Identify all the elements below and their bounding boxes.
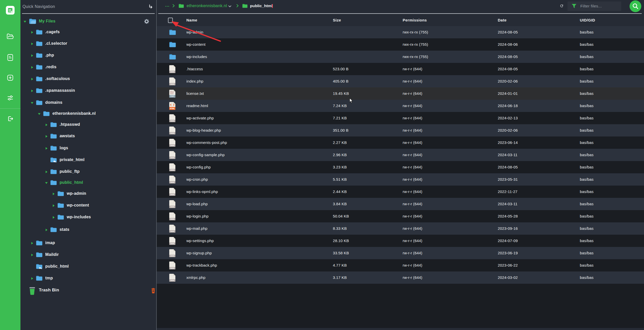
svg-text:HTML: HTML xyxy=(170,108,175,109)
svg-text:TXT: TXT xyxy=(171,95,174,97)
